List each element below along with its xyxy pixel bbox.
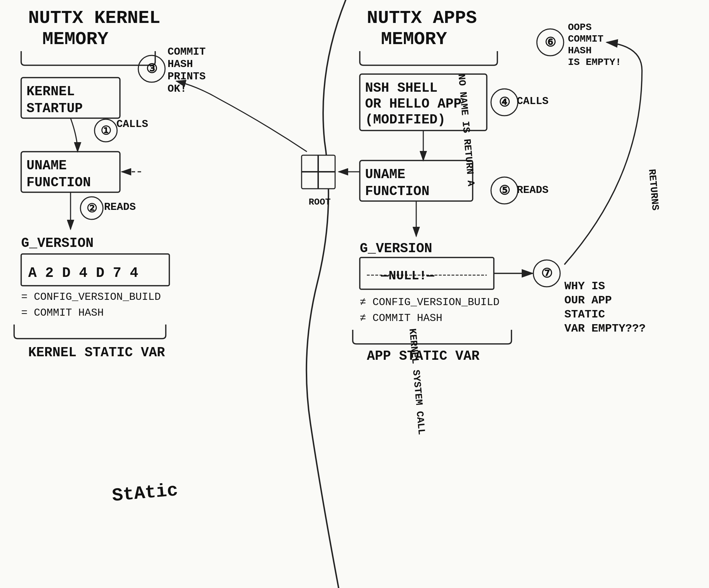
svg-text:FUNCTION: FUNCTION — [365, 184, 429, 199]
svg-text:PRINTS: PRINTS — [168, 71, 206, 83]
svg-text:UNAME: UNAME — [365, 167, 405, 182]
svg-text:OOPS: OOPS — [568, 22, 592, 33]
svg-text:CALLS: CALLS — [116, 118, 148, 130]
main-diagram: NUTTX KERNEL MEMORY KERNEL STARTUP ① CAL… — [0, 0, 709, 588]
svg-text:APP STATIC VAR: APP STATIC VAR — [367, 348, 479, 364]
svg-text:VAR EMPTY???: VAR EMPTY??? — [564, 322, 646, 335]
svg-text:= COMMIT HASH: = COMMIT HASH — [21, 307, 104, 319]
svg-text:NSH SHELL: NSH SHELL — [365, 80, 437, 96]
svg-text:COMMIT: COMMIT — [168, 46, 206, 58]
svg-text:READS: READS — [517, 184, 549, 196]
svg-text:UNAME: UNAME — [26, 158, 67, 173]
svg-text:HASH: HASH — [168, 58, 193, 70]
svg-text:②: ② — [86, 202, 97, 216]
svg-text:(MODIFIED): (MODIFIED) — [365, 112, 446, 127]
svg-text:⑦: ⑦ — [541, 267, 552, 281]
svg-text:A 2 D 4 D 7 4: A 2 D 4 D 7 4 — [28, 265, 138, 281]
svg-text:NUTTX APPS: NUTTX APPS — [367, 8, 477, 29]
svg-text:①: ① — [101, 125, 111, 138]
svg-text:KERNEL STATIC VAR: KERNEL STATIC VAR — [28, 345, 165, 360]
svg-text:STATIC: STATIC — [564, 308, 605, 321]
svg-text:WHY IS: WHY IS — [564, 280, 605, 293]
kernel-title-line2: MEMORY — [42, 29, 109, 50]
diagram-canvas: NUTTX KERNEL MEMORY KERNEL STARTUP ① CAL… — [0, 0, 709, 588]
svg-text:OUR APP: OUR APP — [564, 294, 612, 307]
svg-text:G_VERSION: G_VERSION — [21, 236, 93, 251]
svg-text:COMMIT: COMMIT — [568, 34, 604, 44]
svg-text:MEMORY: MEMORY — [381, 29, 447, 50]
svg-text:STARTUP: STARTUP — [26, 101, 83, 116]
svg-text:④: ④ — [499, 96, 510, 110]
svg-text:⑤: ⑤ — [499, 184, 510, 199]
svg-text:CALLS: CALLS — [517, 95, 549, 107]
svg-text:③: ③ — [146, 62, 157, 77]
svg-text:IS EMPTY!: IS EMPTY! — [568, 57, 621, 68]
svg-text:READS: READS — [104, 201, 136, 213]
svg-text:≠ CONFIG_VERSION_BUILD: ≠ CONFIG_VERSION_BUILD — [360, 296, 499, 308]
svg-text:OK!: OK! — [168, 83, 187, 95]
svg-text:ROOT: ROOT — [309, 197, 331, 207]
svg-text:⑥: ⑥ — [545, 36, 556, 50]
svg-text:OR HELLO APP: OR HELLO APP — [365, 96, 462, 111]
kernel-title-line1: NUTTX KERNEL — [28, 8, 160, 29]
svg-text:HASH: HASH — [568, 45, 592, 56]
svg-text:= CONFIG_VERSION_BUILD: = CONFIG_VERSION_BUILD — [21, 291, 161, 303]
svg-text:—NULL!—: —NULL!— — [381, 269, 435, 283]
svg-text:KERNEL: KERNEL — [26, 84, 75, 99]
svg-text:FUNCTION: FUNCTION — [26, 175, 91, 190]
svg-text:≠ COMMIT HASH: ≠ COMMIT HASH — [360, 312, 442, 324]
svg-text:G_VERSION: G_VERSION — [360, 241, 432, 256]
